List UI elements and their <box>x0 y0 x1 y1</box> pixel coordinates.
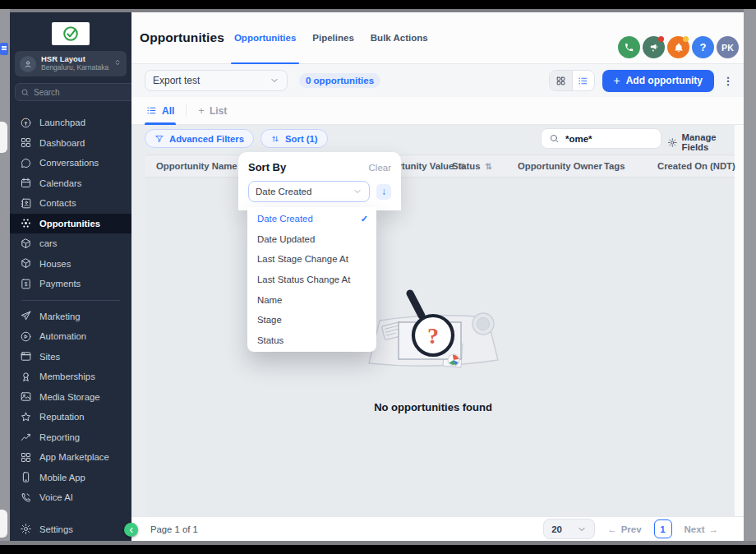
search-icon <box>549 133 560 144</box>
sort-direction-button[interactable]: ↓ <box>376 184 391 200</box>
sort-option-stage[interactable]: Stage <box>247 310 376 330</box>
table-search[interactable] <box>541 128 662 149</box>
notifications-button[interactable] <box>667 36 689 58</box>
arrow-left-icon: ← <box>607 524 617 534</box>
sidebar: HSR Layout Bengaluru, Karnataka ⌘ K <box>10 12 131 541</box>
chevron-left-icon <box>127 526 136 534</box>
sidebar-item-mobile-app[interactable]: Mobile App <box>10 468 131 488</box>
manage-fields-button[interactable]: Manage Fields <box>667 132 744 152</box>
gear-icon <box>667 137 678 148</box>
mobile-icon <box>20 471 32 483</box>
plus-icon: + <box>198 104 205 117</box>
more-menu-button[interactable]: ⋮ <box>721 75 735 87</box>
sidebar-item-settings[interactable]: Settings <box>10 519 131 540</box>
sidebar-item-launchpad[interactable]: Launchpad <box>10 113 131 133</box>
sidebar-item-dashboard[interactable]: Dashboard <box>10 133 131 154</box>
sort-option-last-status-change[interactable]: Last Status Change At <box>247 270 376 290</box>
list-view-button[interactable] <box>572 71 594 90</box>
sidebar-item-payments[interactable]: $ Payments <box>10 274 131 294</box>
desktop-artifact <box>0 122 7 153</box>
page-size-select[interactable]: 20 <box>543 519 595 539</box>
tab-pipelines[interactable]: Pipelines <box>311 12 356 63</box>
search-icon <box>21 88 30 97</box>
saved-search-select[interactable]: Export test <box>145 70 288 91</box>
check-logo-icon <box>62 25 80 43</box>
scrollbar-track[interactable] <box>735 125 744 516</box>
sort-popup-title: Sort By <box>248 161 286 173</box>
sort-option-date-created[interactable]: Date Created ✓ <box>247 209 376 229</box>
chat-bubble-icon <box>20 157 32 169</box>
sort-popup: Sort By Clear Date Created ↓ <box>238 152 401 210</box>
column-status: Status⇅ <box>452 155 492 177</box>
paper-plane-icon <box>20 310 32 322</box>
sidebar-item-opportunities[interactable]: Opportunities <box>10 214 131 234</box>
sort-field-select[interactable]: Date Created <box>248 181 370 202</box>
app-window: HSR Layout Bengaluru, Karnataka ⌘ K <box>10 12 744 541</box>
user-avatar[interactable]: PK <box>717 36 739 58</box>
notification-dot <box>683 36 689 42</box>
location-switcher[interactable]: HSR Layout Bengaluru, Karnataka <box>15 51 127 76</box>
sidebar-item-automation[interactable]: Automation <box>10 326 131 347</box>
cube-icon <box>20 257 32 270</box>
sort-clear-button[interactable]: Clear <box>369 163 391 173</box>
voice-phone-icon <box>20 492 32 504</box>
marketplace-icon <box>20 451 32 464</box>
sidebar-item-voice-ai[interactable]: Voice AI <box>10 487 131 508</box>
grid-icon <box>555 76 566 86</box>
column-sort-icon[interactable]: ⇅ <box>486 162 492 171</box>
gear-icon <box>20 523 32 535</box>
phone-button[interactable] <box>618 36 640 58</box>
person-icon <box>23 59 33 69</box>
sidebar-item-marketing[interactable]: Marketing <box>10 307 131 327</box>
help-button[interactable]: ? <box>692 36 714 58</box>
add-opportunity-button[interactable]: + Add opportunity <box>602 70 715 92</box>
opportunities-icon <box>20 217 32 229</box>
question-icon: ? <box>700 41 707 53</box>
table-search-input[interactable] <box>565 134 653 144</box>
next-page-button[interactable]: Next → <box>685 524 718 534</box>
sidebar-item-app-marketplace[interactable]: App Marketplace <box>10 447 131 468</box>
grid-view-button[interactable] <box>550 71 572 90</box>
column-created-on: Created On (NDT) <box>657 155 735 177</box>
tab-all[interactable]: All <box>145 97 176 124</box>
star-icon <box>20 411 32 423</box>
sidebar-item-sites[interactable]: Sites <box>10 347 131 367</box>
location-subtitle: Bengaluru, Karnataka <box>41 64 108 72</box>
sidebar-item-memberships[interactable]: Memberships <box>10 367 131 387</box>
calendar-icon <box>20 177 32 189</box>
sort-arrows-icon <box>270 134 280 144</box>
sidebar-item-reputation[interactable]: Reputation <box>10 407 131 427</box>
sidebar-item-cars[interactable]: cars <box>10 233 131 254</box>
add-list-tab[interactable]: + List <box>196 97 228 124</box>
tab-bulk-actions[interactable]: Bulk Actions <box>369 12 430 63</box>
announcements-button[interactable] <box>643 36 665 58</box>
agency-logo <box>52 22 90 45</box>
plus-icon: + <box>614 75 620 86</box>
sidebar-item-calendars[interactable]: Calendars <box>10 173 131 194</box>
tab-opportunities[interactable]: Opportunities <box>233 12 297 63</box>
list-tabs: All + List <box>131 97 744 125</box>
prev-page-button[interactable]: ← Prev <box>607 524 641 534</box>
bell-icon <box>673 42 685 53</box>
sidebar-collapse-button[interactable] <box>124 523 138 537</box>
sidebar-item-houses[interactable]: Houses <box>10 254 131 275</box>
advanced-filters-button[interactable]: Advanced Filters <box>145 129 254 148</box>
sidebar-item-reporting[interactable]: Reporting <box>10 427 131 448</box>
sort-option-name[interactable]: Name <box>247 289 376 310</box>
view-toggle <box>549 70 595 91</box>
sort-option-last-stage-change[interactable]: Last Stage Change At <box>247 249 376 270</box>
sidebar-item-conversations[interactable]: Conversations <box>10 153 131 173</box>
phone-icon <box>624 42 635 53</box>
sort-button[interactable]: Sort (1) <box>260 129 328 148</box>
desktop-edge <box>0 541 756 545</box>
sidebar-search-input[interactable] <box>34 88 142 97</box>
sort-option-status[interactable]: Status <box>247 330 376 351</box>
payments-icon: $ <box>20 278 32 290</box>
sidebar-item-contacts[interactable]: Contacts <box>10 193 131 214</box>
sidebar-item-media-storage[interactable]: Media Storage <box>10 387 131 408</box>
column-opportunity-owner: Opportunity Owner <box>518 155 602 177</box>
sort-option-date-updated[interactable]: Date Updated <box>247 229 376 250</box>
current-page-button[interactable]: 1 <box>654 519 672 538</box>
chevron-down-icon <box>270 76 279 85</box>
arrow-right-icon: → <box>709 524 719 534</box>
